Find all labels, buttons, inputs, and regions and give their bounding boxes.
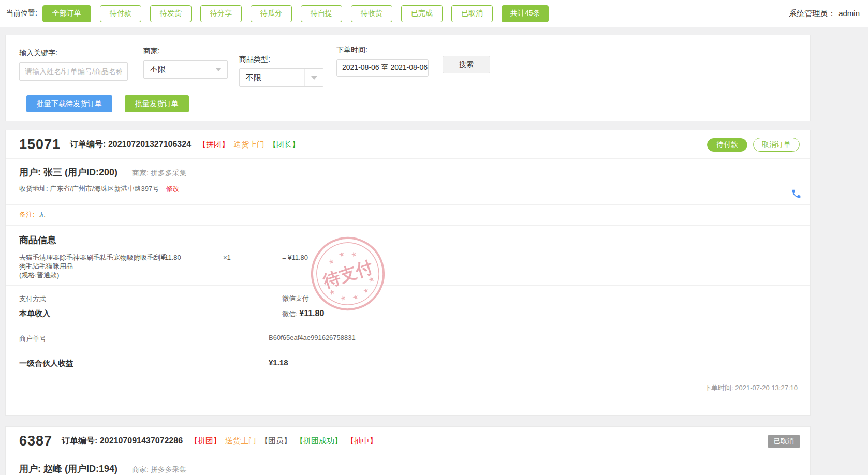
merchant-order-no-row: 商户单号 B60f65eaf4ae991626758831 bbox=[6, 326, 810, 351]
tab-all-orders[interactable]: 全部订单 bbox=[42, 5, 91, 22]
order-time-label: 下单时间: bbox=[704, 384, 733, 392]
product-name: 去猫毛清理器除毛神器刷毛粘毛宠物吸附吸毛刮毛狗毛沾毛猫咪用品 bbox=[19, 253, 170, 271]
user-section: 用户: 赵峰 (用户ID:194) 商家: 拼多多采集 收货地址: 河北省/囗囗… bbox=[6, 455, 810, 475]
merchant-order-no-value: B60f65eaf4ae991626758831 bbox=[269, 334, 356, 342]
order-card-15071: 15071 订单编号: 202107201327106324 【拼团】 送货上门… bbox=[5, 130, 811, 416]
payment-method-row: 支付方式 微信支付 bbox=[19, 291, 797, 306]
merchant-select-arrow-zone[interactable] bbox=[209, 61, 227, 78]
tag-groupbuy: 【拼团】 bbox=[198, 140, 229, 150]
address-value: 广东省/广州市/海珠区新港中路397号 bbox=[50, 185, 159, 192]
shipping-address: 收货地址: 广东省/广州市/海珠区新港中路397号 修改 bbox=[19, 184, 797, 194]
tag-lottery-won: 【抽中】 bbox=[346, 436, 377, 446]
pending-payment-button[interactable]: 待付款 bbox=[707, 138, 747, 152]
admin-username: admin bbox=[838, 9, 860, 18]
order-id: 15071 bbox=[19, 137, 61, 153]
tag-group-success: 【拼团成功】 bbox=[296, 436, 342, 446]
order-time-label: 下单时间: bbox=[336, 46, 429, 55]
order-income-value: 微信: ¥11.80 bbox=[282, 309, 324, 319]
contact-icons bbox=[791, 188, 802, 199]
remark-label: 备注: bbox=[19, 211, 35, 218]
order-card-6387: 6387 订单编号: 202107091437072286 【拼团】 送货上门 … bbox=[5, 426, 811, 475]
order-time-value: 2021-07-20 13:27:10 bbox=[735, 384, 798, 392]
order-header: 15071 订单编号: 202107201327106324 【拼团】 送货上门… bbox=[6, 130, 810, 159]
payment-method-label: 支付方式 bbox=[19, 295, 46, 303]
product-spec: (规格:普通款) bbox=[19, 271, 797, 279]
product-price: ¥11.80 bbox=[161, 254, 181, 261]
batch-download-button[interactable]: 批量下载待发货订单 bbox=[26, 95, 112, 112]
partner-income-row: 一级合伙人收益 ¥1.18 bbox=[6, 351, 810, 376]
tag-group-member: 【团员】 bbox=[260, 436, 291, 446]
remark-row: 备注: 无 bbox=[6, 205, 810, 226]
order-number: 订单编号: 202107201327106324 bbox=[70, 139, 191, 150]
merchant-filter-label: 商家: bbox=[143, 47, 228, 56]
admin-info: 系统管理员：admin bbox=[789, 9, 860, 19]
tab-pending-payment[interactable]: 待付款 bbox=[100, 5, 141, 22]
product-quantity: ×1 bbox=[223, 254, 231, 261]
address-label: 收货地址: bbox=[19, 185, 48, 192]
cancel-order-button[interactable]: 取消订单 bbox=[753, 138, 800, 152]
batch-ship-button[interactable]: 批量发货订单 bbox=[125, 95, 189, 112]
partner-income-value: ¥1.18 bbox=[269, 358, 288, 367]
tag-home-delivery: 送货上门 bbox=[225, 436, 256, 446]
tab-pending-receipt[interactable]: 待收货 bbox=[351, 5, 392, 22]
merchant-order-no-label: 商户单号 bbox=[19, 335, 46, 343]
tab-pending-shipment[interactable]: 待发货 bbox=[150, 5, 192, 22]
product-type-select-arrow-zone[interactable] bbox=[304, 69, 323, 86]
top-bar: 当前位置: 全部订单 待付款 待发货 待分享 待瓜分 待自提 待收货 已完成 已… bbox=[0, 0, 868, 27]
order-id: 6387 bbox=[19, 433, 52, 449]
product-type-select[interactable]: 不限 bbox=[239, 68, 323, 87]
tag-groupbuy: 【拼团】 bbox=[190, 436, 221, 446]
tab-pending-pickup[interactable]: 待自提 bbox=[301, 5, 342, 22]
tab-pending-share[interactable]: 待分享 bbox=[200, 5, 242, 22]
merchant-info: 商家: 拼多多采集 bbox=[132, 169, 187, 178]
tag-group-leader: 【团长】 bbox=[269, 140, 300, 150]
product-type-label: 商品类型: bbox=[239, 55, 323, 64]
partner-income-label: 一级合伙人收益 bbox=[19, 359, 73, 367]
filter-panel: 输入关键字: 商家: 不限 商品类型: 不限 下单时间: 2021-08-06 … bbox=[5, 35, 811, 121]
payment-section: 支付方式 微信支付 本单收入 微信: ¥11.80 bbox=[6, 286, 810, 326]
keyword-input[interactable] bbox=[19, 62, 128, 81]
user-name: 用户: 张三 (用户ID:200) bbox=[19, 166, 117, 179]
order-header: 6387 订单编号: 202107091437072286 【拼团】 送货上门 … bbox=[6, 427, 810, 455]
chevron-down-icon bbox=[215, 68, 222, 71]
order-income-row: 本单收入 微信: ¥11.80 bbox=[19, 306, 797, 321]
chevron-down-icon bbox=[311, 76, 317, 80]
merchant-select-value: 不限 bbox=[144, 65, 166, 75]
keyword-label: 输入关键字: bbox=[19, 49, 128, 58]
tab-completed[interactable]: 已完成 bbox=[401, 5, 443, 22]
order-number: 订单编号: 202107091437072286 bbox=[62, 436, 183, 447]
tag-home-delivery: 送货上门 bbox=[233, 140, 264, 150]
product-section-title: 商品信息 bbox=[19, 234, 797, 246]
cancelled-status-badge: 已取消 bbox=[768, 435, 800, 448]
admin-role-label: 系统管理员： bbox=[789, 9, 835, 18]
payment-method-value: 微信支付 bbox=[282, 294, 309, 303]
merchant-info: 商家: 拼多多采集 bbox=[132, 465, 187, 474]
order-income-label: 本单收入 bbox=[19, 309, 50, 318]
order-time-row: 下单时间: 2021-07-20 13:27:10 bbox=[6, 376, 810, 399]
search-button[interactable]: 搜索 bbox=[443, 56, 490, 73]
remark-value: 无 bbox=[38, 211, 45, 218]
tab-pending-split[interactable]: 待瓜分 bbox=[251, 5, 292, 22]
date-range-picker[interactable]: 2021-08-06 至 2021-08-06 bbox=[336, 59, 429, 77]
phone-icon[interactable] bbox=[791, 188, 802, 199]
total-count-badge: 共计45条 bbox=[502, 5, 549, 22]
current-location-label: 当前位置: bbox=[6, 9, 37, 18]
user-name: 用户: 赵峰 (用户ID:194) bbox=[19, 463, 117, 475]
product-section: 商品信息 去猫毛清理器除毛神器刷毛粘毛宠物吸附吸毛刮毛狗毛沾毛猫咪用品 (规格:… bbox=[6, 226, 810, 286]
order-status-tabs: 全部订单 待付款 待发货 待分享 待瓜分 待自提 待收货 已完成 已取消 共计4… bbox=[42, 5, 549, 22]
product-row: 去猫毛清理器除毛神器刷毛粘毛宠物吸附吸毛刮毛狗毛沾毛猫咪用品 (规格:普通款) … bbox=[19, 253, 797, 280]
product-type-select-value: 不限 bbox=[240, 73, 261, 83]
merchant-select[interactable]: 不限 bbox=[143, 60, 228, 79]
user-section: 用户: 张三 (用户ID:200) 商家: 拼多多采集 收货地址: 广东省/广州… bbox=[6, 159, 810, 205]
edit-address-link[interactable]: 修改 bbox=[166, 185, 180, 192]
date-range-value: 2021-08-06 至 2021-08-06 bbox=[342, 63, 428, 72]
tab-cancelled[interactable]: 已取消 bbox=[451, 5, 493, 22]
product-amount: = ¥11.80 bbox=[282, 254, 308, 261]
